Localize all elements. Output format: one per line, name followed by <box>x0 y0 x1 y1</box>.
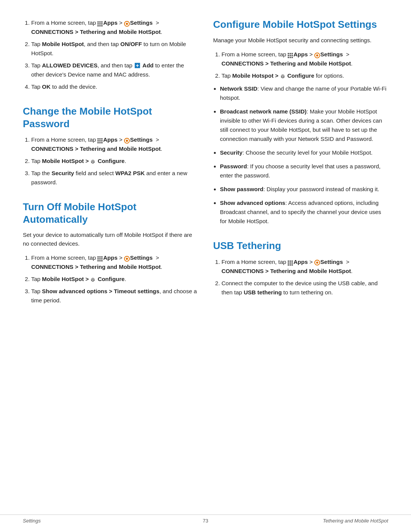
security-label-1: Security <box>51 170 74 176</box>
onoff-label: ON/OFF <box>120 41 142 47</box>
turn-off-steps: From a Home screen, tap Apps > <box>31 253 198 305</box>
intro-step-4: Tap OK to add the device. <box>31 82 198 91</box>
settings-label-3: Settings <box>130 254 153 261</box>
gear-icon-3 <box>280 73 285 78</box>
plus-icon: + <box>135 63 140 68</box>
settings-icon-2 <box>124 137 130 143</box>
svg-rect-12 <box>99 138 101 140</box>
bullet-show-password: Show password: Display your password ins… <box>220 185 388 194</box>
configure-step-2: Tap Mobile Hotspot > Configure for optio… <box>221 71 388 80</box>
usb-tethering-steps: From a Home screen, tap Apps > <box>221 257 388 297</box>
security-label-2: Security <box>220 149 242 156</box>
svg-point-10 <box>126 22 128 25</box>
show-advanced-options-label: Show advanced options <box>220 200 285 206</box>
usb-step-1: From a Home screen, tap Apps > <box>221 257 388 276</box>
svg-rect-25 <box>101 256 103 258</box>
apps-icon-3 <box>97 255 103 260</box>
change-password-title: Change the Mobile HotSpot Password <box>23 105 198 130</box>
wpa2-label: WPA2 PSK <box>115 170 145 176</box>
svg-rect-49 <box>292 260 293 262</box>
svg-rect-8 <box>101 25 103 27</box>
svg-rect-19 <box>101 142 103 144</box>
svg-rect-13 <box>101 138 103 140</box>
apps-icon-5 <box>288 259 293 265</box>
ok-label: OK <box>42 83 51 90</box>
bullet-password: Password: If you choose a security level… <box>220 162 388 180</box>
connections-label-4: CONNECTIONS > Tethering and Mobile HotSp… <box>221 60 351 67</box>
turn-off-step-3: Tap Show advanced options > Timeout sett… <box>31 287 198 305</box>
svg-point-21 <box>126 139 128 142</box>
svg-rect-51 <box>290 262 291 264</box>
footer-left: Settings <box>23 518 41 524</box>
intro-step-3: Tap ALLOWED DEVICES, and then tap + Add … <box>31 61 198 79</box>
svg-rect-35 <box>288 53 289 54</box>
svg-rect-40 <box>292 55 293 56</box>
svg-rect-3 <box>97 23 99 25</box>
right-column: Configure Mobile HotSpot Settings Manage… <box>213 18 388 309</box>
bullet-broadcast: Broadcast network name (SSID): Make your… <box>220 107 388 144</box>
configure-bullets: Network SSID: View and change the name o… <box>220 84 388 226</box>
svg-rect-4 <box>99 23 101 25</box>
svg-rect-0 <box>97 21 99 23</box>
svg-rect-26 <box>97 258 99 260</box>
svg-rect-43 <box>292 57 293 58</box>
settings-label-2: Settings <box>130 136 153 143</box>
svg-point-45 <box>316 54 319 56</box>
settings-icon-5 <box>314 259 320 265</box>
mobile-hotspot-label-1: Mobile HotSpot <box>42 41 84 47</box>
svg-rect-38 <box>288 55 289 56</box>
change-pw-step-1: From a Home screen, tap Apps > <box>31 135 198 153</box>
svg-rect-15 <box>99 140 101 142</box>
svg-rect-42 <box>290 57 291 58</box>
network-ssid-label: Network SSID <box>220 85 257 92</box>
mobile-hotspot-configure-2: Mobile HotSpot > <box>42 276 89 282</box>
apps-label-4: Apps <box>293 51 308 58</box>
svg-rect-23 <box>97 256 99 258</box>
change-pw-step-3: Tap the Security field and select WPA2 P… <box>31 169 198 187</box>
broadcast-label: Broadcast network name (SSID) <box>220 108 307 115</box>
svg-rect-5 <box>101 23 103 25</box>
gear-icon-2 <box>90 276 96 282</box>
configure-label-1: Configure <box>98 158 125 164</box>
svg-rect-30 <box>99 260 101 262</box>
configure-steps: From a Home screen, tap Apps > <box>221 50 388 80</box>
settings-label-1: Settings <box>130 19 153 26</box>
turn-off-step-2: Tap Mobile HotSpot > Configure. <box>31 275 198 284</box>
bullet-network-ssid: Network SSID: View and change the name o… <box>220 84 388 102</box>
settings-icon-4 <box>314 52 320 58</box>
change-pw-step-2: Tap Mobile HotSpot > Configure. <box>31 157 198 166</box>
svg-rect-53 <box>288 264 289 266</box>
svg-rect-1 <box>99 21 101 23</box>
connections-label-5: CONNECTIONS > Tethering and Mobile HotSp… <box>221 268 351 274</box>
svg-rect-2 <box>101 21 103 23</box>
svg-rect-39 <box>290 55 291 56</box>
svg-rect-17 <box>97 142 99 144</box>
svg-rect-28 <box>101 258 103 260</box>
svg-rect-54 <box>290 264 291 266</box>
svg-rect-37 <box>292 53 293 54</box>
svg-rect-48 <box>290 260 291 262</box>
bullet-show-advanced: Show advanced options: Access advanced o… <box>220 198 388 226</box>
svg-point-57 <box>316 262 319 264</box>
svg-rect-55 <box>292 264 293 266</box>
configure-label-3: Configure <box>287 72 314 79</box>
apps-icon <box>97 20 103 26</box>
allowed-devices-label: ALLOWED DEVICES <box>42 62 97 69</box>
svg-rect-29 <box>97 260 99 262</box>
show-advanced-label: Show advanced options > Timeout settings <box>42 288 159 294</box>
svg-rect-50 <box>288 262 289 264</box>
connections-label-1: CONNECTIONS > Tethering and Mobile HotSp… <box>31 29 161 35</box>
svg-rect-27 <box>99 258 101 260</box>
apps-label: Apps <box>103 19 118 26</box>
configure-step-1: From a Home screen, tap Apps > <box>221 50 388 68</box>
settings-icon-3 <box>124 255 130 261</box>
apps-icon-2 <box>97 137 103 142</box>
settings-label-5: Settings <box>320 259 343 265</box>
page-number: 73 <box>203 518 208 524</box>
svg-rect-31 <box>101 260 103 262</box>
svg-rect-6 <box>97 25 99 27</box>
apps-label-3: Apps <box>103 254 118 261</box>
turn-off-title: Turn Off Mobile HotSpot Automatically <box>23 201 198 225</box>
svg-rect-47 <box>288 260 289 262</box>
footer-right: Tethering and Mobile HotSpot <box>323 518 388 524</box>
